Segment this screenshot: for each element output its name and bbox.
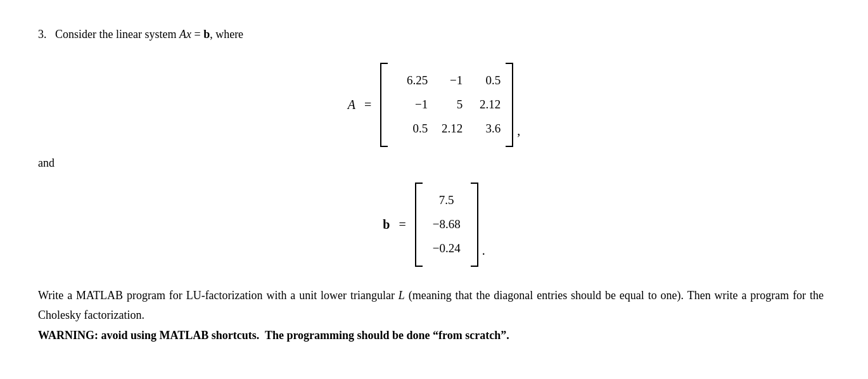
problem-intro: 3. Consider the linear system Ax = b, wh…	[38, 25, 830, 44]
cell-b-0: 7.5	[428, 190, 466, 210]
matrix-b-bracket: 7.5 −8.68 −0.24	[415, 183, 478, 267]
cell-b-2: −0.24	[428, 238, 466, 259]
matrix-b-label: b	[383, 217, 390, 232]
bracket-left-A	[380, 63, 388, 147]
cell-A-12: 2.12	[469, 94, 501, 115]
matrix-b-period: .	[482, 243, 485, 267]
description-text: Write a MATLAB program for LU-factorizat…	[38, 286, 824, 346]
bracket-right-A	[506, 63, 513, 147]
cell-A-22: 3.6	[469, 119, 501, 139]
bracket-right-b	[471, 183, 478, 267]
problem-number: 3.	[38, 28, 47, 41]
matrix-b-grid: 7.5 −8.68 −0.24	[428, 183, 466, 267]
cell-b-1: −8.68	[428, 214, 466, 234]
matrix-A-bracket: 6.25 −1 0.5 −1 5 2.12 0.5 2.12 3.6	[380, 63, 513, 147]
cell-A-21: 2.12	[434, 119, 463, 139]
matrix-A-equals: =	[364, 98, 371, 112]
matrix-A-label: A	[348, 98, 355, 112]
intro-text: Consider the linear system Ax = b, where	[55, 28, 243, 41]
desc-line1: Write a MATLAB program for LU-factorizat…	[38, 289, 824, 342]
cell-A-20: 0.5	[393, 119, 428, 139]
and-text: and	[38, 157, 830, 170]
matrix-b-equals: =	[399, 217, 405, 232]
problem-container: 3. Consider the linear system Ax = b, wh…	[38, 25, 830, 345]
matrix-A-grid: 6.25 −1 0.5 −1 5 2.12 0.5 2.12 3.6	[393, 63, 501, 147]
cell-A-10: −1	[393, 94, 428, 115]
matrix-b-equation: b = 7.5 −8.68 −0.24 .	[38, 183, 830, 267]
matrix-A-equation: A = 6.25 −1 0.5 −1 5 2.12 0.5 2.12 3.6 ,	[38, 63, 830, 147]
cell-A-11: 5	[434, 94, 463, 115]
bracket-left-b	[415, 183, 423, 267]
cell-A-00: 6.25	[393, 70, 428, 91]
cell-A-02: 0.5	[469, 70, 501, 91]
cell-A-01: −1	[434, 70, 463, 91]
desc-warning: WARNING: avoid using MATLAB shortcuts. T…	[38, 329, 509, 342]
matrix-A-comma: ,	[517, 124, 520, 147]
